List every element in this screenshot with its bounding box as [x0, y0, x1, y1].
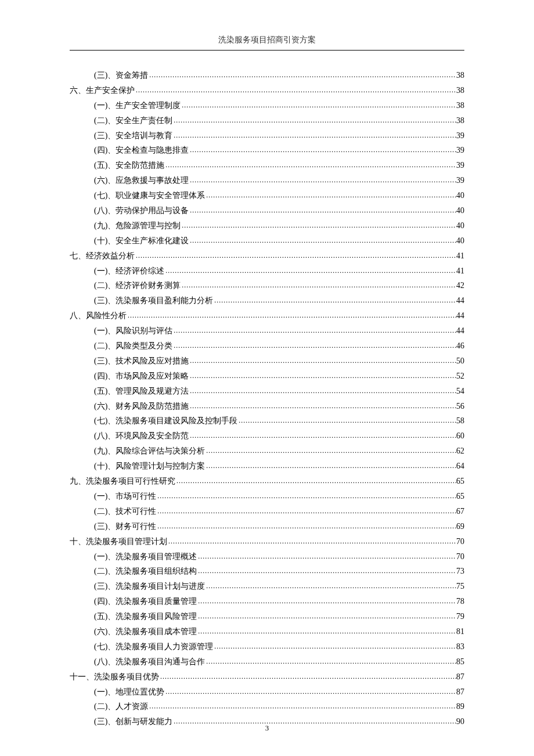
toc-entry-page: 39: [456, 158, 464, 173]
toc-entry[interactable]: (一)、洗染服务项目管理概述70: [70, 549, 464, 564]
toc-entry-page: 44: [456, 293, 464, 308]
toc-entry-label: (二)、经济评价财务测算: [94, 278, 181, 293]
toc-entry[interactable]: (三)、洗染服务项目盈利能力分析44: [70, 293, 464, 308]
toc-entry[interactable]: (二)、安全生产责任制38: [70, 113, 464, 128]
toc-entry-page: 39: [456, 173, 464, 188]
toc-leader-dots: [164, 159, 456, 171]
toc-entry[interactable]: (九)、危险源管理与控制40: [70, 218, 464, 233]
toc-entry-page: 81: [456, 624, 464, 639]
toc-leader-dots: [148, 700, 456, 712]
toc-entry[interactable]: (二)、洗染服务项目组织结构73: [70, 564, 464, 579]
toc-entry-label: (九)、危险源管理与控制: [94, 218, 181, 233]
toc-entry-label: (三)、安全培训与教育: [94, 128, 172, 143]
toc-entry[interactable]: (四)、洗染服务项目质量管理78: [70, 594, 464, 609]
toc-leader-dots: [205, 189, 456, 201]
toc-entry[interactable]: (四)、安全检查与隐患排查39: [70, 143, 464, 158]
page-header-title: 洗染服务项目招商引资方案: [70, 35, 464, 45]
toc-entry-label: 九、洗染服务项目可行性研究: [70, 474, 175, 489]
toc-entry[interactable]: 十、洗染服务项目管理计划70: [70, 534, 464, 549]
toc-entry[interactable]: (一)、地理位置优势87: [70, 685, 464, 700]
toc-entry[interactable]: (五)、管理风险及规避方法54: [70, 384, 464, 399]
toc-leader-dots: [164, 264, 456, 277]
toc-entry[interactable]: (二)、人才资源89: [70, 699, 464, 714]
toc-entry[interactable]: (八)、环境风险及安全防范60: [70, 429, 464, 444]
toc-entry-page: 64: [456, 459, 464, 474]
toc-entry-page: 44: [456, 323, 464, 339]
toc-entry[interactable]: (六)、应急救援与事故处理39: [70, 173, 464, 188]
toc-entry-label: (十)、安全生产标准化建设: [94, 233, 189, 249]
toc-entry-page: 65: [456, 474, 464, 489]
toc-leader-dots: [197, 610, 456, 622]
toc-entry[interactable]: (七)、洗染服务项目建设风险及控制手段58: [70, 413, 464, 429]
toc-entry[interactable]: (六)、财务风险及防范措施56: [70, 399, 464, 414]
toc-leader-dots: [189, 384, 456, 397]
toc-entry-label: (十)、风险管理计划与控制方案: [94, 459, 205, 474]
toc-entry[interactable]: (七)、洗染服务项目人力资源管理83: [70, 639, 464, 654]
toc-entry[interactable]: 七、经济效益分析41: [70, 249, 464, 264]
toc-entry-label: (七)、职业健康与安全管理体系: [94, 188, 205, 203]
toc-leader-dots: [189, 369, 456, 382]
toc-entry-label: (三)、资金筹措: [94, 68, 148, 83]
toc-leader-dots: [189, 399, 456, 412]
toc-entry[interactable]: (三)、洗染服务项目计划与进度75: [70, 579, 464, 594]
toc-leader-dots: [148, 69, 456, 81]
toc-entry-label: (七)、洗染服务项目建设风险及控制手段: [94, 413, 237, 429]
toc-entry-label: (六)、洗染服务项目成本管理: [94, 624, 197, 639]
toc-entry-label: (一)、洗染服务项目管理概述: [94, 549, 197, 564]
toc-entry-label: (一)、地理位置优势: [94, 685, 164, 700]
toc-entry[interactable]: 六、生产安全保护38: [70, 83, 464, 98]
toc-entry-label: (二)、技术可行性: [94, 504, 156, 519]
toc-entry[interactable]: (五)、洗染服务项目风险管理79: [70, 609, 464, 624]
toc-entry[interactable]: 十一、洗染服务项目优势87: [70, 669, 464, 685]
toc-entry[interactable]: (七)、职业健康与安全管理体系40: [70, 188, 464, 203]
toc-entry[interactable]: (二)、经济评价财务测算42: [70, 278, 464, 293]
toc-entry[interactable]: (九)、风险综合评估与决策分析62: [70, 444, 464, 459]
toc-entry[interactable]: (八)、劳动保护用品与设备40: [70, 203, 464, 218]
toc-entry[interactable]: (十)、安全生产标准化建设40: [70, 233, 464, 249]
toc-leader-dots: [172, 129, 456, 142]
toc-leader-dots: [135, 84, 456, 96]
toc-leader-dots: [197, 550, 456, 563]
toc-entry[interactable]: (三)、技术风险及应对措施50: [70, 354, 464, 369]
toc-leader-dots: [189, 174, 456, 186]
toc-entry-label: (五)、管理风险及规避方法: [94, 384, 189, 399]
toc-entry[interactable]: (一)、生产安全管理制度38: [70, 98, 464, 113]
toc-leader-dots: [205, 459, 456, 472]
toc-entry[interactable]: 九、洗染服务项目可行性研究65: [70, 474, 464, 489]
toc-entry-page: 60: [456, 429, 464, 444]
toc-entry[interactable]: (二)、技术可行性67: [70, 504, 464, 519]
toc-entry-page: 41: [456, 264, 464, 279]
toc-entry[interactable]: (六)、洗染服务项目成本管理81: [70, 624, 464, 639]
toc-entry[interactable]: (一)、风险识别与评估44: [70, 323, 464, 339]
toc-leader-dots: [205, 655, 456, 668]
toc-entry-label: (三)、技术风险及应对措施: [94, 354, 189, 369]
toc-entry[interactable]: (一)、市场可行性65: [70, 489, 464, 504]
toc-entry[interactable]: (一)、经济评价综述41: [70, 264, 464, 279]
toc-entry-label: (一)、经济评价综述: [94, 264, 164, 279]
toc-entry[interactable]: (五)、安全防范措施39: [70, 158, 464, 173]
toc-entry-page: 44: [456, 308, 464, 323]
page-number: 3: [0, 723, 534, 733]
toc-entry[interactable]: (十)、风险管理计划与控制方案64: [70, 459, 464, 474]
toc-leader-dots: [197, 595, 456, 607]
toc-entry-page: 70: [456, 534, 464, 549]
toc-entry-page: 65: [456, 489, 464, 504]
toc-entry[interactable]: 八、风险性分析44: [70, 308, 464, 323]
toc-entry[interactable]: (八)、洗染服务项目沟通与合作85: [70, 654, 464, 669]
toc-entry-label: (五)、洗染服务项目风险管理: [94, 609, 197, 624]
toc-entry[interactable]: (三)、安全培训与教育39: [70, 128, 464, 143]
toc-entry[interactable]: (二)、风险类型及分类46: [70, 339, 464, 354]
toc-entry-page: 69: [456, 519, 464, 534]
toc-leader-dots: [156, 489, 456, 502]
toc-leader-dots: [175, 474, 456, 487]
toc-entry-page: 38: [456, 68, 464, 83]
toc-leader-dots: [164, 685, 456, 698]
toc-entry-label: 七、经济效益分析: [70, 249, 135, 264]
toc-entry[interactable]: (三)、财务可行性69: [70, 519, 464, 534]
toc-entry-page: 73: [456, 564, 464, 579]
toc-entry-page: 89: [456, 699, 464, 714]
toc-entry-label: (三)、洗染服务项目计划与进度: [94, 579, 205, 594]
toc-entry[interactable]: (三)、资金筹措38: [70, 68, 464, 83]
toc-leader-dots: [213, 640, 456, 653]
toc-entry[interactable]: (四)、市场风险及应对策略52: [70, 369, 464, 384]
